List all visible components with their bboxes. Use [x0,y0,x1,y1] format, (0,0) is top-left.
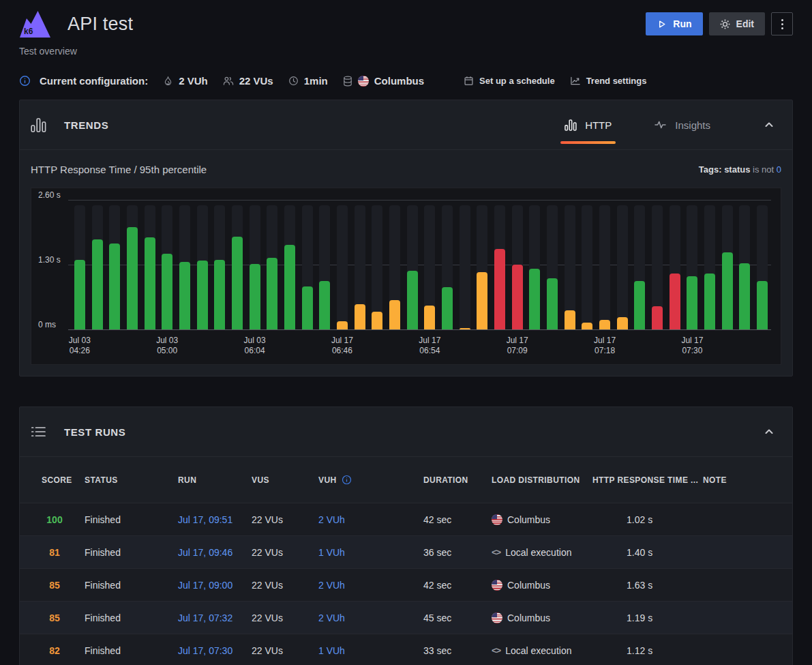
chart-bar[interactable] [299,195,316,330]
chart-bar[interactable] [614,195,631,330]
chart-bar[interactable] [719,195,736,330]
chart-bar[interactable] [509,195,526,330]
k6-logo-icon: k6 [19,10,51,38]
vuh-link[interactable]: 1 VUh [318,547,423,558]
chart-bar[interactable] [404,195,421,330]
chart-bar[interactable] [316,195,333,330]
column-header: HTTP RESPONSE TIME ... [592,475,703,485]
tags-value[interactable]: 0 [777,164,781,175]
chart-bar[interactable] [526,195,543,330]
http-response-time-value: 1.63 s [592,580,703,591]
chart-bar[interactable] [194,195,211,330]
run-button[interactable]: Run [646,12,702,35]
chart-bar[interactable] [596,195,614,330]
score-value: 100 [42,514,67,525]
trends-collapse-chevron-icon[interactable] [764,119,775,130]
chart-bar[interactable] [71,195,89,330]
run-link[interactable]: Jul 17, 07:30 [178,645,252,656]
more-options-button[interactable] [771,12,793,35]
run-link[interactable]: Jul 17, 07:32 [178,612,252,623]
status-value: Finished [85,645,178,656]
chart-bar[interactable] [648,195,666,330]
chart-bar[interactable] [158,195,176,330]
tab-insights[interactable]: Insights [652,115,712,135]
chart-bar[interactable] [106,195,123,330]
column-header: LOAD DISTRIBUTION [492,475,592,485]
trend-settings-label: Trend settings [586,76,647,86]
table-row[interactable]: 85 Finished Jul 17, 07:32 22 VUs 2 VUh 4… [20,602,792,634]
table-row[interactable]: 82 Finished Jul 17, 07:30 22 VUs 1 VUh 3… [20,634,792,665]
table-row[interactable]: 100 Finished Jul 17, 09:51 22 VUs 2 VUh … [20,503,792,536]
test-runs-collapse-chevron-icon[interactable] [764,426,775,437]
load-value: Columbus [507,580,550,591]
chart-bar[interactable] [246,195,264,330]
chart-bar[interactable] [176,195,194,330]
x-tick-label: Jul 1707:30 [681,336,703,356]
chart-bar[interactable] [473,195,491,330]
chart-bar[interactable] [456,195,474,330]
chart-bar[interactable] [578,195,596,330]
chart-bar[interactable] [701,195,719,330]
config-location-value: Columbus [374,75,424,87]
load-value: Columbus [507,612,550,623]
run-link[interactable]: Jul 17, 09:46 [178,547,252,558]
chart-bars[interactable] [71,195,771,330]
trend-settings-link[interactable]: Trend settings [570,76,647,86]
vuh-link[interactable]: 2 VUh [318,514,423,525]
score-value: 85 [42,612,67,623]
chart-bar[interactable] [263,195,281,330]
chart-bar[interactable] [543,195,561,330]
chart-bar[interactable] [141,195,159,330]
chart-bar[interactable] [123,195,141,330]
tab-http[interactable]: HTTP [563,115,613,135]
vus-value: 22 VUs [252,514,318,525]
info-icon[interactable] [19,75,31,87]
chart-bar[interactable] [753,195,771,330]
chart-bar[interactable] [89,195,106,330]
vuh-link[interactable]: 2 VUh [318,612,423,623]
table-header-row: SCORESTATUSRUNVUSVUHDURATIONLOAD DISTRIB… [20,456,792,503]
chart-bar[interactable] [351,195,369,330]
duration-value: 36 sec [423,547,492,558]
chart-bar[interactable] [631,195,649,330]
users-icon [223,76,234,86]
chart-bar[interactable] [666,195,684,330]
chart-bar[interactable] [281,195,299,330]
table-row[interactable]: 81 Finished Jul 17, 09:46 22 VUs 1 VUh 3… [20,536,792,569]
chart-bar[interactable] [421,195,438,330]
config-vuh: 2 VUh [163,75,208,87]
run-link[interactable]: Jul 17, 09:00 [178,580,252,591]
chart-bar[interactable] [438,195,456,330]
vuh-link[interactable]: 1 VUh [318,645,423,656]
run-link[interactable]: Jul 17, 09:51 [178,514,252,525]
chart-bar[interactable] [333,195,351,330]
chart-bar[interactable] [561,195,579,330]
bar-chart-icon [31,118,46,132]
chart-bar[interactable] [491,195,509,330]
set-up-schedule-link[interactable]: Set up a schedule [464,76,555,86]
chart-bar[interactable] [211,195,228,330]
chart-bar[interactable] [736,195,754,330]
table-row[interactable]: 85 Finished Jul 17, 09:00 22 VUs 2 VUh 4… [20,569,792,602]
edit-button[interactable]: Edit [709,12,765,35]
status-value: Finished [85,612,178,623]
column-header: SCORE [42,475,85,485]
vuh-info-icon[interactable] [342,475,352,485]
y-tick-mid: 1.30 s [38,255,61,265]
x-tick-label: Jul 1707:09 [507,336,528,356]
vuh-link[interactable]: 2 VUh [318,580,423,591]
chart-bar[interactable] [368,195,386,330]
tags-operator: is not [753,164,774,175]
duration-value: 42 sec [423,580,492,591]
chart-bar[interactable] [386,195,404,330]
http-response-time-value: 1.12 s [592,645,703,656]
http-response-time-value: 1.40 s [592,547,703,558]
load-value: Local execution [505,547,571,558]
edit-button-label: Edit [736,18,754,29]
chart-bar[interactable] [228,195,246,330]
test-runs-panel: TEST RUNS SCORESTATUSRUNVUSVUHDURATIONLO… [19,407,793,665]
chart-bar[interactable] [684,195,702,330]
load-distribution-cell: <> Local execution [492,645,592,656]
tab-http-label: HTTP [585,119,612,131]
us-flag-icon [358,76,369,87]
